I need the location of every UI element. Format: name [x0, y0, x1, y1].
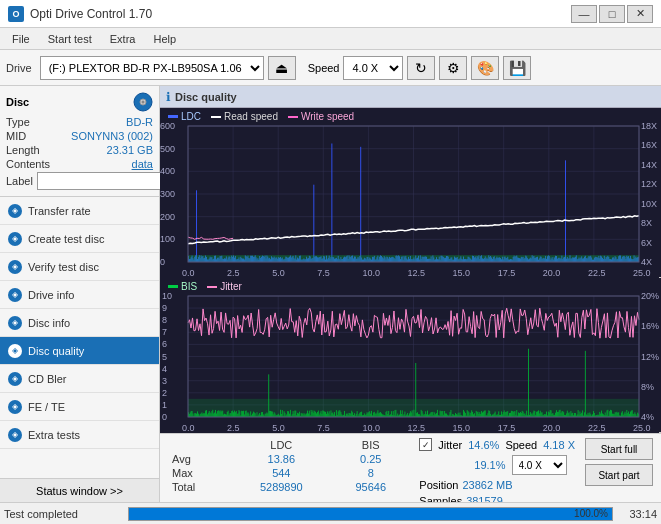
sidebar-item-disc-info[interactable]: ◈ Disc info	[0, 309, 159, 337]
create-test-disc-icon: ◈	[8, 232, 22, 246]
menu-bar: File Start test Extra Help	[0, 28, 661, 50]
avg-bis: 0.25	[332, 452, 409, 466]
disc-quality-header-icon: ℹ	[166, 90, 171, 104]
sidebar-nav: ◈ Transfer rate ◈ Create test disc ◈ Ver…	[0, 197, 159, 478]
jitter-max-val: 19.1%	[474, 459, 505, 471]
start-buttons: Start full Start part	[585, 438, 653, 502]
sidebar-item-transfer-rate[interactable]: ◈ Transfer rate	[0, 197, 159, 225]
menu-file[interactable]: File	[4, 31, 38, 47]
max-label: Max	[168, 466, 230, 480]
charts-area: LDC Read speed Write speed	[160, 108, 661, 502]
progress-bar: 100.0%	[128, 507, 613, 521]
position-label: Position	[419, 479, 458, 491]
speed-label: Speed	[308, 62, 340, 74]
svg-point-2	[142, 101, 145, 104]
avg-ldc: 13.86	[230, 452, 332, 466]
fe-te-label: FE / TE	[28, 401, 65, 413]
disc-info-panel: Disc Type BD-R MID SONYNN3 (002) Length	[0, 86, 159, 197]
avg-row: Avg 13.86 0.25	[168, 452, 409, 466]
sidebar-item-fe-te[interactable]: ◈ FE / TE	[0, 393, 159, 421]
type-value: BD-R	[126, 116, 153, 128]
sidebar-item-cd-bler[interactable]: ◈ CD Bler	[0, 365, 159, 393]
disc-label-input[interactable]	[37, 172, 172, 190]
type-label: Type	[6, 116, 30, 128]
legend-bis: BIS	[168, 281, 197, 292]
legend-write-speed: Write speed	[288, 111, 354, 122]
sidebar-item-drive-info[interactable]: ◈ Drive info	[0, 281, 159, 309]
refresh-button[interactable]: ↻	[407, 56, 435, 80]
length-value: 23.31 GB	[107, 144, 153, 156]
avg-label: Avg	[168, 452, 230, 466]
jitter-avg-val: 14.6%	[468, 439, 499, 451]
progress-bar-fill	[129, 508, 612, 520]
sidebar-item-verify-test-disc[interactable]: ◈ Verify test disc	[0, 253, 159, 281]
menu-start-test[interactable]: Start test	[40, 31, 100, 47]
menu-extra[interactable]: Extra	[102, 31, 144, 47]
sidebar-item-extra-tests[interactable]: ◈ Extra tests	[0, 421, 159, 449]
samples-value: 381579	[466, 495, 503, 502]
status-window-button[interactable]: Status window >>	[0, 478, 159, 502]
eject-button[interactable]: ⏏	[268, 56, 296, 80]
disc-info-icon: ◈	[8, 316, 22, 330]
jitter-speed-label: Speed	[505, 439, 537, 451]
position-value: 23862 MB	[462, 479, 512, 491]
status-bar: Test completed 100.0% 33:14	[0, 502, 661, 524]
drive-info-icon: ◈	[8, 288, 22, 302]
total-bis: 95646	[332, 480, 409, 494]
extra-tests-icon: ◈	[8, 428, 22, 442]
content-area: ℹ Disc quality LDC Read speed	[160, 86, 661, 502]
start-full-button[interactable]: Start full	[585, 438, 653, 460]
disc-section-title: Disc	[6, 96, 29, 108]
max-row: Max 544 8	[168, 466, 409, 480]
progress-text: 100.0%	[574, 508, 608, 520]
title-bar: O Opti Drive Control 1.70 — □ ✕	[0, 0, 661, 28]
max-bis: 8	[332, 466, 409, 480]
create-test-disc-label: Create test disc	[28, 233, 104, 245]
max-ldc: 544	[230, 466, 332, 480]
ldc-chart	[160, 108, 659, 278]
legend-read-speed: Read speed	[211, 111, 278, 122]
bis-chart-container: BIS Jitter	[160, 278, 661, 433]
bis-chart	[160, 278, 659, 433]
disc-quality-icon: ◈	[8, 344, 22, 358]
elapsed-time: 33:14	[617, 508, 657, 520]
bis-chart-legend: BIS Jitter	[168, 281, 242, 292]
jitter-stat-label: Jitter	[438, 439, 462, 451]
speed-dropdown[interactable]: 4.0 X	[343, 56, 403, 80]
toolbar: Drive (F:) PLEXTOR BD-R PX-LB950SA 1.06 …	[0, 50, 661, 86]
fe-te-icon: ◈	[8, 400, 22, 414]
sidebar-item-disc-quality[interactable]: ◈ Disc quality	[0, 337, 159, 365]
status-text: Test completed	[4, 508, 124, 520]
stats-right: ✓ Jitter 14.6% Speed 4.18 X 19.1% 4.0 X	[419, 438, 575, 502]
menu-help[interactable]: Help	[145, 31, 184, 47]
ldc-col-header: LDC	[230, 438, 332, 452]
start-part-button[interactable]: Start part	[585, 464, 653, 486]
drive-dropdown[interactable]: (F:) PLEXTOR BD-R PX-LB950SA 1.06	[40, 56, 264, 80]
transfer-rate-icon: ◈	[8, 204, 22, 218]
contents-value[interactable]: data	[132, 158, 153, 170]
total-label: Total	[168, 480, 230, 494]
settings-button[interactable]: ⚙	[439, 56, 467, 80]
maximize-button[interactable]: □	[599, 5, 625, 23]
extra-tests-label: Extra tests	[28, 429, 80, 441]
jitter-speed-val: 4.18 X	[543, 439, 575, 451]
mid-label: MID	[6, 130, 26, 142]
color-button[interactable]: 🎨	[471, 56, 499, 80]
close-button[interactable]: ✕	[627, 5, 653, 23]
sidebar-item-create-test-disc[interactable]: ◈ Create test disc	[0, 225, 159, 253]
speed-select[interactable]: 4.0 X	[512, 455, 567, 475]
legend-jitter: Jitter	[207, 281, 242, 292]
mid-value: SONYNN3 (002)	[71, 130, 153, 142]
sidebar: Disc Type BD-R MID SONYNN3 (002) Length	[0, 86, 160, 502]
disc-info-label: Disc info	[28, 317, 70, 329]
stats-table: LDC BIS Avg 13.86 0.25 Max	[168, 438, 409, 502]
legend-ldc: LDC	[168, 111, 201, 122]
drive-label: Drive	[6, 62, 32, 74]
cd-bler-icon: ◈	[8, 372, 22, 386]
samples-label: Samples	[419, 495, 462, 502]
jitter-checkbox[interactable]: ✓	[419, 438, 432, 451]
drive-info-label: Drive info	[28, 289, 74, 301]
save-button[interactable]: 💾	[503, 56, 531, 80]
minimize-button[interactable]: —	[571, 5, 597, 23]
verify-test-disc-icon: ◈	[8, 260, 22, 274]
